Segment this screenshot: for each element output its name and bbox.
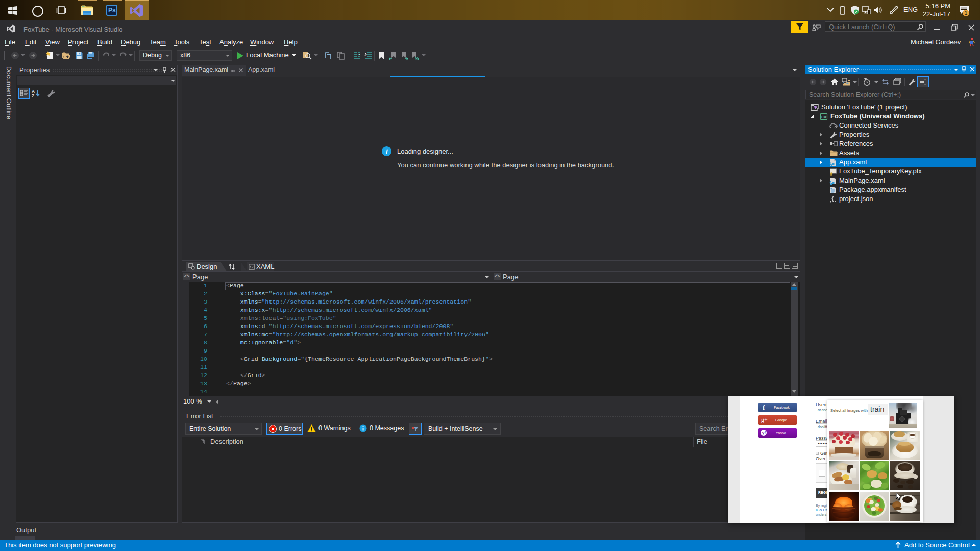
svg-text:C#: C# [821,115,827,119]
svg-text:Z: Z [32,93,34,98]
